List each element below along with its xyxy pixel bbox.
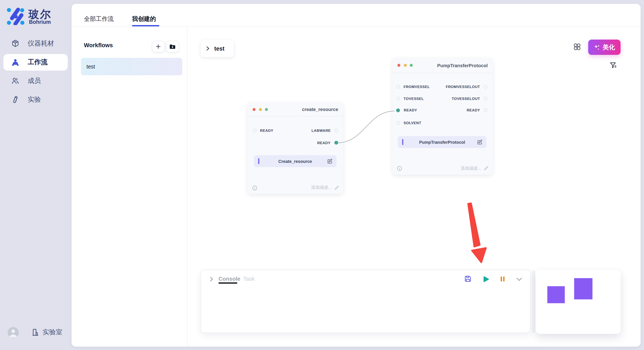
port-circle[interactable] (484, 108, 487, 112)
workflow-list-item[interactable]: test (81, 58, 182, 75)
add-workflow-button[interactable] (152, 41, 164, 52)
filter-icon[interactable] (609, 61, 617, 69)
port-circle[interactable] (396, 97, 400, 100)
tab-my-created[interactable]: 我创建的 (132, 15, 156, 23)
sidebar-item-label: 成员 (28, 76, 41, 85)
sidebar-item-label: 仪器耗材 (28, 39, 54, 48)
port-circle[interactable] (396, 121, 400, 125)
red-dot-icon (398, 64, 400, 67)
node-action-item[interactable]: PumpTransferProtocol (398, 136, 486, 148)
port-label: SOLVENT (404, 121, 421, 125)
output-port-ready[interactable]: READY (466, 108, 487, 113)
bohrium-logo-icon (6, 7, 25, 25)
import-folder-button[interactable] (166, 41, 179, 52)
beautify-label: 美化 (603, 43, 615, 51)
output-port-tovesselout[interactable]: TOVESSELOUT (452, 96, 487, 101)
port-circle[interactable] (253, 129, 256, 132)
breadcrumb[interactable]: test (200, 40, 234, 57)
sparkles-icon (594, 44, 600, 50)
port-circle[interactable] (334, 129, 338, 132)
plus-icon (155, 43, 162, 50)
info-icon[interactable] (397, 166, 402, 171)
port-circle-connected[interactable] (334, 141, 338, 145)
input-port-ready[interactable]: READY (253, 128, 274, 133)
description-placeholder: 添加描述... (311, 184, 332, 190)
info-icon[interactable] (252, 185, 257, 190)
edit-square-icon (476, 139, 482, 145)
port-label: LABWARE (312, 128, 331, 133)
tab-task[interactable]: Task (243, 276, 254, 282)
sidebar-item-consumables[interactable]: 仪器耗材 (4, 35, 68, 52)
output-port-labware[interactable]: LABWARE (312, 128, 338, 133)
node-title: create_resource (302, 107, 338, 112)
workflow-people-icon (11, 58, 20, 67)
add-description[interactable]: 添加描述... (461, 165, 489, 171)
pencil-icon (334, 185, 340, 190)
members-icon (11, 77, 20, 85)
pause-icon[interactable] (499, 275, 506, 283)
sidebar-item-workflow[interactable]: 工作流 (4, 54, 68, 71)
user-avatar[interactable] (8, 327, 19, 338)
minimap-node-pump-transfer (574, 278, 592, 299)
action-accent-bar (258, 158, 259, 164)
brand-name-en: Bohrium (29, 19, 51, 25)
sidebar-item-experiments[interactable]: 实验 (4, 91, 68, 108)
active-tab-underline (132, 25, 159, 26)
pencil-icon (484, 166, 489, 171)
person-icon (8, 327, 19, 338)
red-dot-icon (252, 108, 256, 111)
traffic-dots (252, 108, 268, 111)
workflows-panel-title: Workflows (84, 42, 113, 48)
input-port-solvent[interactable]: SOLVENT (396, 120, 421, 126)
output-port-ready[interactable]: READY (317, 140, 338, 145)
node-title: PumpTransferProtocol (437, 63, 488, 68)
workspace-label: 实验室 (42, 328, 62, 337)
traffic-dots (398, 64, 413, 67)
save-icon[interactable] (464, 275, 472, 283)
edit-square-icon (327, 158, 333, 164)
input-port-ready[interactable]: READY (396, 108, 417, 113)
port-circle-connected[interactable] (396, 108, 400, 112)
action-label: PumpTransferProtocol (419, 140, 465, 144)
sidebar: 玻尔 Bohrium 仪器耗材 工作流 (0, 0, 72, 350)
layout-clover-icon[interactable] (573, 43, 581, 51)
green-dot-icon (410, 64, 413, 67)
workspace-switcher[interactable]: 实验室 (31, 328, 62, 337)
port-label: READY (404, 108, 417, 112)
output-port-fromvesselout[interactable]: FROMVESSELOUT (446, 84, 487, 89)
tabs-divider (72, 26, 640, 26)
run-icon[interactable] (482, 275, 490, 283)
breadcrumb-label: test (214, 45, 224, 52)
port-circle[interactable] (484, 85, 487, 88)
port-circle[interactable] (396, 85, 400, 88)
description-placeholder: 添加描述... (461, 165, 481, 171)
add-description[interactable]: 添加描述... (311, 184, 340, 190)
chevron-down-icon[interactable] (515, 276, 523, 282)
tab-console[interactable]: Console (218, 276, 240, 282)
sidebar-item-members[interactable]: 成员 (4, 72, 68, 89)
port-label: FROMVESSEL (404, 85, 430, 89)
minimap[interactable] (536, 270, 620, 334)
node-action-item[interactable]: Create_resource (254, 155, 336, 167)
input-port-tovessel[interactable]: TOVESSEL (396, 96, 424, 101)
canvas-scrollbar[interactable] (532, 270, 535, 333)
package-icon (11, 39, 20, 48)
port-label: TOVESSELOUT (452, 97, 480, 101)
port-circle[interactable] (484, 97, 487, 100)
node-create-resource[interactable]: create_resource READY LABWARE READY Crea… (248, 103, 343, 194)
collapse-chevron-icon[interactable] (209, 276, 214, 282)
node-pump-transfer-protocol[interactable]: PumpTransferProtocol FROMVESSEL FROMVESS… (392, 58, 493, 175)
green-dot-icon (265, 108, 268, 111)
yellow-dot-icon (404, 64, 406, 67)
tab-all-workflows[interactable]: 全部工作流 (84, 15, 114, 23)
edit-action-button[interactable] (476, 139, 482, 145)
port-label: TOVESSEL (404, 97, 424, 101)
edit-action-button[interactable] (327, 158, 333, 164)
yellow-dot-icon (259, 108, 262, 111)
building-icon (31, 328, 40, 337)
console-tab-underline (218, 282, 237, 283)
input-port-fromvessel[interactable]: FROMVESSEL (396, 84, 430, 89)
beautify-button[interactable]: 美化 (588, 39, 620, 55)
node-header: create_resource (248, 103, 343, 117)
list-canvas-divider (187, 26, 188, 346)
